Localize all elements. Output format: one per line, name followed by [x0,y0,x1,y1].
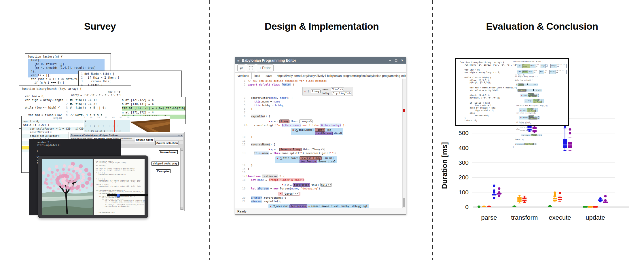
annotation-chip: ×◐⇄…Not Foundthis:null ⇅%key:'g' ⇅%array… [517,62,567,68]
binding-icon[interactable]: % [297,192,298,195]
drag-handle-icon[interactable]: ⋮ [307,90,310,93]
example-widget-class: × ⋮ Timmy name: "Tim"⇅% hobby: "cycling"… [302,87,353,96]
swap-icon[interactable]: ⇄ [274,120,275,123]
param-value-field[interactable]: "cycling"⇅% [332,92,351,95]
probe-label: this.name: [283,157,298,160]
maximize-icon[interactable]: □ [393,58,399,62]
example-name-badge[interactable]: testPerson [293,183,310,187]
probe-code: #+ fib(1) -> 1; #- fib(3) -> 3; #- fib(4… [68,97,106,118]
swap-icon[interactable]: ⇄ [287,183,289,186]
probe-label: this.name: [299,128,314,131]
example-name-badge[interactable]: Timmy [311,90,321,93]
object-value: divaD, hobby: debugging} [329,205,367,208]
eclipse-titlebar: Resource - Factorial.java - Eclipse Plat… [70,133,183,137]
replacement-widget-david: × "David"⇅% [278,192,300,196]
example-name-badge: testPerson [300,160,317,163]
code-line: 13 this.name = this.name.split("").rever… [235,151,403,155]
example-name-badge[interactable]: Reverse Timmy [279,148,302,151]
more-icon[interactable]: … [290,183,291,186]
load-button[interactable]: load [252,73,263,79]
code-line: 10 } [235,135,403,139]
stepper-icon[interactable]: ⇅ [340,88,341,91]
swap-button[interactable]: ⇄ [237,64,245,71]
more-icon[interactable]: … [277,120,278,123]
url-field[interactable]: https://lively-kernel.org/lively4/lively… [275,73,406,79]
param-label: name: [322,88,329,91]
annotation-chip: ×⌕return:Not Found -1 [515,141,567,146]
value-row: tttttttt [84,122,130,128]
more-icon[interactable]: … [277,148,278,151]
code-line: 21 aPerson.sayHello(); [235,200,403,203]
screenshot-example-book: ctx.fillStyle = "#060"; ctx.fillRect(0, … [38,155,148,218]
remove-example-icon[interactable]: × [268,120,270,123]
window-titlebar[interactable]: ≡ Babylonian Programming Editor – □ × [235,57,406,64]
probe-value: Tim [327,128,331,131]
probe-value: miT [329,157,334,160]
binding-icon[interactable]: % [310,120,312,123]
stepper-icon[interactable]: ⇅ [347,92,349,95]
remove-probe-icon[interactable]: × [277,157,279,160]
annotated-code-line: } [513,146,567,148]
code-line: 18 let name = prompt("Enter a name"); [235,178,403,182]
toggle-icon[interactable]: ◐ [271,120,273,123]
scrollbar-thumb[interactable] [403,198,405,207]
transform-icon [249,66,253,70]
remove-replacement-icon[interactable]: × [280,192,281,195]
remove-probe-icon[interactable]: × [270,205,272,208]
magnifier-icon [280,157,282,160]
save-button[interactable]: save [263,73,275,79]
probe-widget-name: × this.name: Timmy Tim testPerson divaD [291,128,343,135]
example-widget-testperson: × ◐ ⇄ … testPerson this: null⇅% [282,183,332,187]
stepper-icon[interactable]: ⇅ [308,120,310,123]
this-value-field[interactable]: Timmy⇅% [312,148,325,151]
scrollbar[interactable] [402,79,406,208]
column-divider [209,0,210,260]
binding-icon[interactable]: % [349,92,351,95]
svg-text:execute: execute [549,214,571,221]
this-value-field[interactable]: null⇅% [320,183,332,187]
survey-title: Survey [84,21,116,32]
code-line: 3 constructor(name, hobby) { [235,96,403,100]
code-line: 14 } [235,164,403,167]
replacement-value-field[interactable]: "David"⇅% [283,192,299,196]
remove-probe-icon[interactable]: × [292,128,294,132]
magnifier-icon [273,205,275,207]
scroll-warning-marker [403,109,405,112]
toggle-icon[interactable]: ◐ [285,183,286,186]
annotation-chip: ×⌕low:Found 0 | 3Not Found 3 [520,92,567,98]
minimize-icon[interactable]: – [387,58,393,62]
transform-button[interactable] [247,64,255,71]
code-line: 4 this.name = name [235,100,403,104]
trace-row: n at [130,131] = 4 [122,102,185,106]
remove-example-icon[interactable]: × [304,90,306,93]
this-value-field[interactable]: Timmy⇅% [299,119,312,123]
binding-icon[interactable]: % [330,183,331,186]
stepper-icon[interactable]: ⇅ [295,192,296,195]
example-widget-sayhello: × ◐ ⇄ … Timmy this: Timmy⇅% [268,119,312,123]
toggle-icon[interactable]: ◐ [271,148,273,151]
versions-button[interactable]: versions [235,73,252,79]
code-line: 12 reverseName() { [235,143,403,147]
old-value: David [319,160,326,163]
code-editor-area[interactable]: 1// You can also define examples for cla… [235,79,403,208]
code-line: 15} [235,167,403,171]
param-value-field[interactable]: "Tim"⇅% [331,88,344,91]
swap-icon[interactable]: ⇄ [274,148,275,151]
annotation-chip: ×⌕value:Found c | eNot Found e [519,114,567,119]
binding-icon[interactable]: % [342,88,343,91]
remove-example-icon[interactable]: × [282,183,283,186]
param-label: hobby: [322,92,331,95]
hamburger-menu-icon[interactable]: ≡ [235,58,242,63]
close-icon[interactable]: × [399,58,406,62]
code-line: 2export default class Person { [235,83,403,87]
stepper-icon[interactable]: ⇅ [328,183,329,186]
stepper-icon[interactable]: ⇅ [321,148,322,151]
add-probe-button[interactable]: + Probe [257,64,274,71]
object-expand-icon[interactable]: ❖ [308,205,310,208]
example-name-badge[interactable]: Timmy [279,119,289,123]
binding-icon[interactable]: % [323,148,324,151]
object-value: {name: [311,205,322,208]
remove-example-icon[interactable]: × [268,148,270,151]
editor-toolbar: ⇄ + Probe [235,64,406,73]
callout-source-editor: Source editor [135,138,154,142]
